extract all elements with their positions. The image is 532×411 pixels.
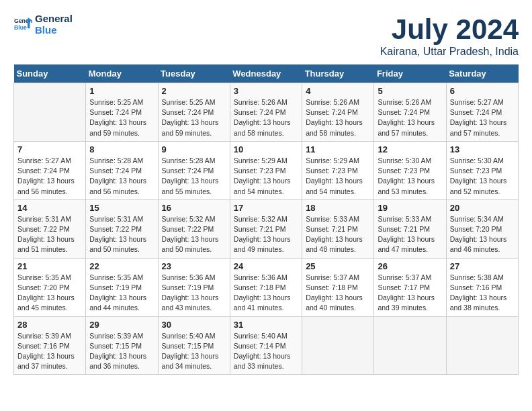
- day-info: Sunrise: 5:37 AMSunset: 7:18 PMDaylight:…: [306, 273, 370, 314]
- header-tuesday: Tuesday: [158, 64, 230, 83]
- calendar-cell: 5Sunrise: 5:26 AMSunset: 7:24 PMDaylight…: [374, 83, 446, 142]
- calendar-week-4: 21Sunrise: 5:35 AMSunset: 7:20 PMDayligh…: [14, 258, 519, 316]
- calendar-cell: 1Sunrise: 5:25 AMSunset: 7:24 PMDaylight…: [86, 83, 158, 142]
- day-number: 11: [306, 144, 370, 154]
- day-info: Sunrise: 5:37 AMSunset: 7:17 PMDaylight:…: [378, 273, 442, 314]
- header-saturday: Saturday: [446, 64, 518, 83]
- calendar-cell: [446, 316, 518, 375]
- day-number: 5: [378, 86, 442, 96]
- calendar-cell: [374, 316, 446, 375]
- calendar-cell: 28Sunrise: 5:39 AMSunset: 7:16 PMDayligh…: [14, 316, 86, 375]
- calendar-cell: 30Sunrise: 5:40 AMSunset: 7:15 PMDayligh…: [158, 316, 230, 375]
- calendar-cell: 25Sunrise: 5:37 AMSunset: 7:18 PMDayligh…: [302, 258, 374, 316]
- header-monday: Monday: [86, 64, 158, 83]
- header-friday: Friday: [374, 64, 446, 83]
- day-number: 10: [234, 144, 298, 154]
- calendar-cell: 16Sunrise: 5:32 AMSunset: 7:22 PMDayligh…: [158, 199, 230, 258]
- calendar-cell: 29Sunrise: 5:39 AMSunset: 7:15 PMDayligh…: [86, 316, 158, 375]
- calendar-cell: 21Sunrise: 5:35 AMSunset: 7:20 PMDayligh…: [14, 258, 86, 316]
- calendar-cell: 9Sunrise: 5:28 AMSunset: 7:24 PMDaylight…: [158, 141, 230, 199]
- calendar-cell: [14, 83, 86, 142]
- day-info: Sunrise: 5:32 AMSunset: 7:22 PMDaylight:…: [162, 214, 226, 255]
- day-number: 29: [89, 320, 154, 330]
- calendar-cell: 13Sunrise: 5:30 AMSunset: 7:23 PMDayligh…: [446, 141, 518, 199]
- day-number: 20: [450, 203, 515, 213]
- calendar-week-5: 28Sunrise: 5:39 AMSunset: 7:16 PMDayligh…: [14, 316, 519, 375]
- day-number: 19: [378, 203, 442, 213]
- calendar-cell: 26Sunrise: 5:37 AMSunset: 7:17 PMDayligh…: [374, 258, 446, 316]
- day-info: Sunrise: 5:26 AMSunset: 7:24 PMDaylight:…: [378, 97, 442, 138]
- title-area: July 2024 Kairana, Uttar Pradesh, India: [380, 13, 519, 58]
- day-info: Sunrise: 5:27 AMSunset: 7:24 PMDaylight:…: [450, 97, 515, 138]
- calendar-cell: 8Sunrise: 5:28 AMSunset: 7:24 PMDaylight…: [86, 141, 158, 199]
- day-number: 14: [17, 203, 82, 213]
- calendar-cell: 6Sunrise: 5:27 AMSunset: 7:24 PMDaylight…: [446, 83, 518, 142]
- day-number: 22: [89, 261, 154, 271]
- calendar-cell: 2Sunrise: 5:25 AMSunset: 7:24 PMDaylight…: [158, 83, 230, 142]
- header-wednesday: Wednesday: [230, 64, 302, 83]
- calendar-cell: 18Sunrise: 5:33 AMSunset: 7:21 PMDayligh…: [302, 199, 374, 258]
- calendar-cell: 17Sunrise: 5:32 AMSunset: 7:21 PMDayligh…: [230, 199, 302, 258]
- day-number: 25: [306, 261, 370, 271]
- day-info: Sunrise: 5:29 AMSunset: 7:23 PMDaylight:…: [306, 156, 370, 197]
- day-number: 24: [234, 261, 298, 271]
- day-info: Sunrise: 5:28 AMSunset: 7:24 PMDaylight:…: [89, 156, 154, 197]
- day-info: Sunrise: 5:38 AMSunset: 7:16 PMDaylight:…: [450, 273, 515, 314]
- calendar-cell: 23Sunrise: 5:36 AMSunset: 7:19 PMDayligh…: [158, 258, 230, 316]
- day-number: 21: [17, 261, 82, 271]
- calendar-cell: [302, 316, 374, 375]
- calendar-cell: 14Sunrise: 5:31 AMSunset: 7:22 PMDayligh…: [14, 199, 86, 258]
- calendar-cell: 15Sunrise: 5:31 AMSunset: 7:22 PMDayligh…: [86, 199, 158, 258]
- calendar-header-row: SundayMondayTuesdayWednesdayThursdayFrid…: [14, 64, 519, 83]
- calendar-cell: 27Sunrise: 5:38 AMSunset: 7:16 PMDayligh…: [446, 258, 518, 316]
- day-number: 27: [450, 261, 515, 271]
- calendar-week-3: 14Sunrise: 5:31 AMSunset: 7:22 PMDayligh…: [14, 199, 519, 258]
- day-info: Sunrise: 5:25 AMSunset: 7:24 PMDaylight:…: [89, 97, 154, 138]
- day-info: Sunrise: 5:27 AMSunset: 7:24 PMDaylight:…: [17, 156, 82, 197]
- day-number: 18: [306, 203, 370, 213]
- calendar-cell: 10Sunrise: 5:29 AMSunset: 7:23 PMDayligh…: [230, 141, 302, 199]
- calendar-cell: 20Sunrise: 5:34 AMSunset: 7:20 PMDayligh…: [446, 199, 518, 258]
- calendar-table: SundayMondayTuesdayWednesdayThursdayFrid…: [13, 64, 519, 375]
- logo-text-blue: Blue: [35, 25, 73, 36]
- day-number: 7: [17, 144, 82, 154]
- day-info: Sunrise: 5:39 AMSunset: 7:15 PMDaylight:…: [89, 331, 154, 372]
- day-info: Sunrise: 5:26 AMSunset: 7:24 PMDaylight:…: [306, 97, 370, 138]
- svg-text:Blue: Blue: [14, 24, 27, 31]
- day-info: Sunrise: 5:32 AMSunset: 7:21 PMDaylight:…: [234, 214, 298, 255]
- calendar-week-1: 1Sunrise: 5:25 AMSunset: 7:24 PMDaylight…: [14, 83, 519, 142]
- page-title: July 2024: [380, 13, 519, 46]
- day-number: 16: [162, 203, 226, 213]
- day-number: 4: [306, 86, 370, 96]
- calendar-cell: 3Sunrise: 5:26 AMSunset: 7:24 PMDaylight…: [230, 83, 302, 142]
- day-number: 17: [234, 203, 298, 213]
- day-number: 30: [162, 320, 226, 330]
- day-number: 15: [89, 203, 154, 213]
- page-subtitle: Kairana, Uttar Pradesh, India: [380, 46, 519, 58]
- day-info: Sunrise: 5:31 AMSunset: 7:22 PMDaylight:…: [17, 214, 82, 255]
- calendar-cell: 11Sunrise: 5:29 AMSunset: 7:23 PMDayligh…: [302, 141, 374, 199]
- calendar-cell: 4Sunrise: 5:26 AMSunset: 7:24 PMDaylight…: [302, 83, 374, 142]
- calendar-cell: 12Sunrise: 5:30 AMSunset: 7:23 PMDayligh…: [374, 141, 446, 199]
- calendar-cell: 31Sunrise: 5:40 AMSunset: 7:14 PMDayligh…: [230, 316, 302, 375]
- day-info: Sunrise: 5:31 AMSunset: 7:22 PMDaylight:…: [89, 214, 154, 255]
- day-info: Sunrise: 5:36 AMSunset: 7:19 PMDaylight:…: [162, 273, 226, 314]
- day-number: 31: [234, 320, 298, 330]
- day-info: Sunrise: 5:30 AMSunset: 7:23 PMDaylight:…: [450, 156, 515, 197]
- calendar-cell: 24Sunrise: 5:36 AMSunset: 7:18 PMDayligh…: [230, 258, 302, 316]
- day-info: Sunrise: 5:25 AMSunset: 7:24 PMDaylight:…: [162, 97, 226, 138]
- day-info: Sunrise: 5:33 AMSunset: 7:21 PMDaylight:…: [378, 214, 442, 255]
- day-info: Sunrise: 5:30 AMSunset: 7:23 PMDaylight:…: [378, 156, 442, 197]
- day-info: Sunrise: 5:33 AMSunset: 7:21 PMDaylight:…: [306, 214, 370, 255]
- day-number: 28: [17, 320, 82, 330]
- day-number: 2: [162, 86, 226, 96]
- day-number: 23: [162, 261, 226, 271]
- day-info: Sunrise: 5:34 AMSunset: 7:20 PMDaylight:…: [450, 214, 515, 255]
- day-number: 26: [378, 261, 442, 271]
- day-info: Sunrise: 5:39 AMSunset: 7:16 PMDaylight:…: [17, 331, 82, 372]
- logo-icon: General Blue: [13, 15, 32, 34]
- day-info: Sunrise: 5:40 AMSunset: 7:15 PMDaylight:…: [162, 331, 226, 372]
- calendar-week-2: 7Sunrise: 5:27 AMSunset: 7:24 PMDaylight…: [14, 141, 519, 199]
- day-info: Sunrise: 5:40 AMSunset: 7:14 PMDaylight:…: [234, 331, 298, 372]
- day-info: Sunrise: 5:35 AMSunset: 7:20 PMDaylight:…: [17, 273, 82, 314]
